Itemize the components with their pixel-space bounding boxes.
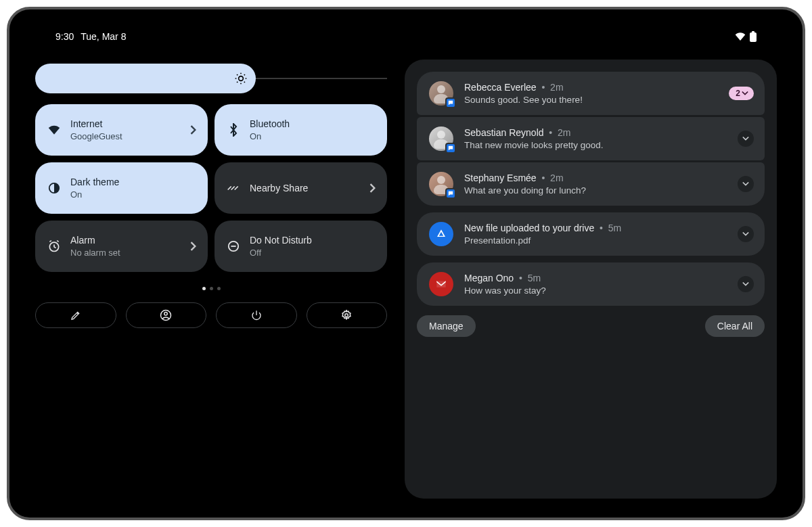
user-icon <box>160 309 172 321</box>
tile-dark-theme[interactable]: Dark theme On <box>35 162 208 214</box>
notification-item[interactable]: Sebastian Reynold • 2m That new movie lo… <box>417 117 765 160</box>
notification-time: • 2m <box>537 173 564 183</box>
brightness-slider[interactable] <box>35 64 387 93</box>
notification-count-expand[interactable]: 2 <box>729 87 754 100</box>
notification-body: Sounds good. See you there! <box>464 95 583 105</box>
tile-title: Internet <box>70 118 122 131</box>
notification-item[interactable]: Stephany Esmée • 2m What are you doing f… <box>417 162 765 206</box>
notification-count: 2 <box>736 89 740 98</box>
tile-title: Dark theme <box>70 176 119 189</box>
pencil-icon <box>70 310 81 321</box>
user-button[interactable] <box>126 302 207 328</box>
svg-point-7 <box>164 313 168 316</box>
tile-sub: No alarm set <box>70 247 120 259</box>
chevron-right-icon[interactable] <box>190 242 197 251</box>
clear-all-button[interactable]: Clear All <box>705 315 765 337</box>
status-left: 9:30 Tue, Mar 8 <box>55 31 126 42</box>
manage-button[interactable]: Manage <box>417 315 476 337</box>
notification-body: What are you doing for lunch? <box>464 185 586 196</box>
notification-body: How was your stay? <box>464 285 546 296</box>
gmail-app-icon <box>429 272 453 296</box>
brightness-icon <box>234 72 248 85</box>
notification-time: • 2m <box>537 82 564 93</box>
status-date: Tue, Mar 8 <box>81 31 126 42</box>
tile-title: Alarm <box>70 234 120 247</box>
power-button[interactable] <box>216 302 297 328</box>
tile-title: Nearby Share <box>250 182 308 195</box>
tile-sub: On <box>250 131 290 143</box>
brightness-fill <box>35 64 256 93</box>
dnd-icon <box>227 239 240 253</box>
screen: 9:30 Tue, Mar 8 <box>9 9 803 518</box>
svg-point-2 <box>239 76 244 81</box>
chevron-right-icon[interactable] <box>369 183 376 193</box>
messages-app-badge-icon <box>445 97 456 108</box>
settings-button[interactable] <box>307 302 388 328</box>
notification-body: Presentation.pdf <box>464 235 621 246</box>
notification-item[interactable]: Megan Ono • 5m How was your stay? <box>417 262 765 306</box>
notification-footer: Manage Clear All <box>417 315 765 337</box>
notification-sender: Stephany Esmée <box>464 173 537 183</box>
status-right <box>735 31 757 42</box>
tablet-frame: 9:30 Tue, Mar 8 <box>7 7 805 520</box>
gear-icon <box>340 309 353 321</box>
dark-theme-icon <box>47 181 61 195</box>
messages-app-badge-icon <box>445 188 456 199</box>
notification-panel: Rebecca Everlee • 2m Sounds good. See yo… <box>405 60 777 499</box>
tile-bluetooth[interactable]: Bluetooth On <box>215 104 387 156</box>
chevron-right-icon[interactable] <box>190 125 197 135</box>
svg-point-8 <box>345 314 348 317</box>
notification-item[interactable]: New file uploaded to your drive • 5m Pre… <box>417 212 765 256</box>
tile-dnd[interactable]: Do Not Disturb Off <box>215 221 387 272</box>
qs-actions <box>35 302 387 328</box>
avatar <box>429 81 453 106</box>
nearby-share-icon <box>227 181 240 195</box>
notification-sender: Megan Ono <box>464 273 514 283</box>
wifi-icon <box>735 32 746 41</box>
notification-time: • 2m <box>544 127 571 138</box>
tile-alarm[interactable]: Alarm No alarm set <box>35 221 208 272</box>
status-bar: 9:30 Tue, Mar 8 <box>35 27 777 43</box>
edit-button[interactable] <box>35 302 116 328</box>
notification-time: • 5m <box>514 273 541 283</box>
tile-internet[interactable]: Internet GoogleGuest <box>35 104 208 156</box>
tile-sub: Off <box>250 247 312 259</box>
notification-sender: Rebecca Everlee <box>464 82 537 93</box>
wifi-icon <box>47 123 61 137</box>
svg-rect-0 <box>750 32 757 42</box>
page-dot <box>202 287 206 290</box>
notification-sender: Sebastian Reynold <box>464 127 544 138</box>
page-dot <box>217 287 221 290</box>
svg-rect-1 <box>752 31 754 33</box>
avatar <box>429 172 453 196</box>
expand-button[interactable] <box>738 226 754 242</box>
battery-icon <box>750 31 757 42</box>
tile-nearby-share[interactable]: Nearby Share <box>215 162 387 214</box>
notification-time: • 5m <box>594 223 621 233</box>
alarm-icon <box>47 239 61 253</box>
power-icon <box>251 310 262 321</box>
avatar <box>429 127 453 151</box>
tile-title: Bluetooth <box>250 118 290 131</box>
expand-button[interactable] <box>738 176 754 192</box>
content: Internet GoogleGuest Bluetooth <box>35 43 777 499</box>
tile-sub: On <box>70 189 119 201</box>
expand-button[interactable] <box>738 131 754 147</box>
expand-button[interactable] <box>738 276 754 292</box>
page-dot <box>210 287 213 290</box>
bluetooth-icon <box>227 123 240 137</box>
tiles-grid: Internet GoogleGuest Bluetooth <box>35 104 387 272</box>
page-indicator <box>35 287 387 290</box>
tile-sub: GoogleGuest <box>70 131 122 143</box>
notification-item[interactable]: Rebecca Everlee • 2m Sounds good. See yo… <box>417 72 765 115</box>
notification-sender: New file uploaded to your drive <box>464 223 594 233</box>
messages-app-badge-icon <box>445 143 456 154</box>
notification-body: That new movie looks pretty good. <box>464 140 604 150</box>
tile-title: Do Not Disturb <box>250 234 312 247</box>
drive-app-icon <box>429 222 453 246</box>
notification-group-messages: Rebecca Everlee • 2m Sounds good. See yo… <box>417 72 765 206</box>
status-time: 9:30 <box>55 31 74 42</box>
quick-settings-panel: Internet GoogleGuest Bluetooth <box>35 60 387 499</box>
